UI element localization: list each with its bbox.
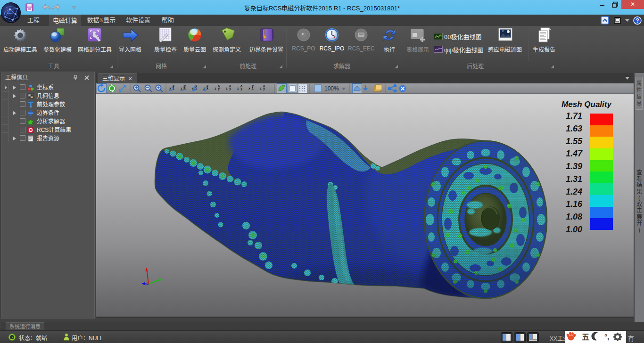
- svg-text:五: 五: [582, 333, 589, 341]
- svg-text:y: y: [173, 83, 175, 88]
- svg-text:z: z: [226, 86, 228, 90]
- svg-text:z: z: [215, 86, 216, 90]
- svg-text:z: z: [203, 86, 205, 90]
- svg-text:?: ?: [636, 17, 639, 24]
- svg-text:°,: °,: [604, 333, 609, 341]
- svg-text:z: z: [237, 86, 239, 90]
- svg-text:100%: 100%: [324, 85, 339, 92]
- svg-text:z: z: [260, 86, 262, 90]
- svg-text:x: x: [263, 83, 265, 88]
- svg-text:x: x: [229, 83, 231, 88]
- svg-text:x: x: [192, 86, 194, 90]
- svg-text:z: z: [181, 86, 182, 90]
- svg-text:x: x: [169, 86, 172, 90]
- svg-text:y: y: [195, 83, 198, 88]
- svg-text:x: x: [218, 83, 220, 88]
- svg-text:y: y: [206, 83, 209, 88]
- svg-text:y: y: [184, 83, 186, 88]
- svg-text:y: y: [252, 83, 254, 88]
- svg-text:x: x: [248, 86, 251, 90]
- svg-text:C: C: [502, 30, 504, 33]
- svg-text:x: x: [240, 83, 243, 88]
